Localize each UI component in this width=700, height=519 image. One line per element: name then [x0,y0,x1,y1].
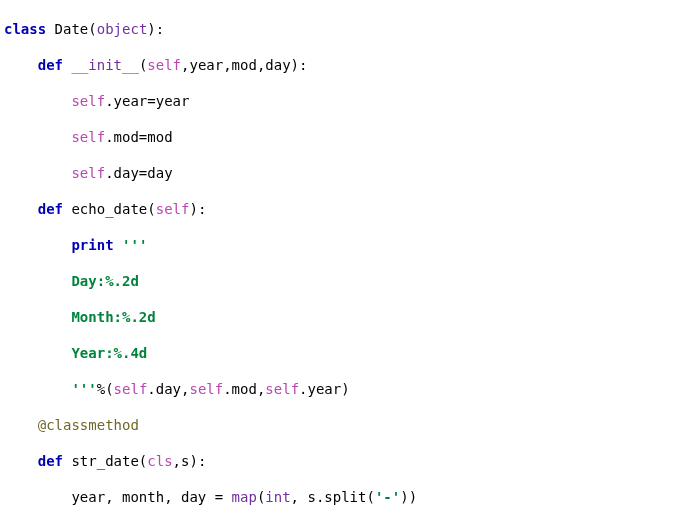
code-line: year, month, day = map(int, s.split('-')… [4,488,696,506]
code-line: Month:%.2d [4,308,696,326]
code-line: Year:%.4d [4,344,696,362]
code-line: class Date(object): [4,20,696,38]
code-line: self.day=day [4,164,696,182]
code-line: print ''' [4,236,696,254]
code-line: @classmethod [4,416,696,434]
code-editor: class Date(object): def __init__(self,ye… [0,0,700,519]
code-line: self.mod=mod [4,128,696,146]
code-line: def __init__(self,year,mod,day): [4,56,696,74]
code-line: def str_date(cls,s): [4,452,696,470]
code-line: def echo_date(self): [4,200,696,218]
code-line: self.year=year [4,92,696,110]
code-line: Day:%.2d [4,272,696,290]
code-line: '''%(self.day,self.mod,self.year) [4,380,696,398]
